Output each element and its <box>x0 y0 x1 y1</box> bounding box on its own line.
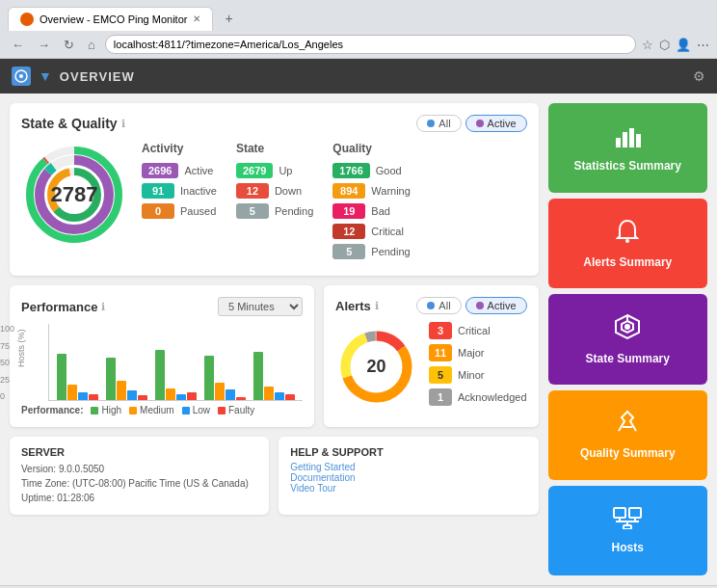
alerts-toggle-active[interactable]: Active <box>465 297 527 314</box>
alerts-toggle-all[interactable]: All <box>416 297 461 314</box>
back-button[interactable]: ← <box>8 36 28 54</box>
legend-high: High <box>91 405 121 415</box>
statistics-summary-button[interactable]: Statistics Summary <box>548 103 707 193</box>
metric-row: 2696 Active <box>142 163 217 178</box>
pending-badge: 5 <box>236 203 269 219</box>
home-button[interactable]: ⌂ <box>84 36 99 54</box>
bar-faulty <box>285 394 295 400</box>
bar-medium <box>215 383 225 400</box>
alerts-icon <box>616 219 639 250</box>
tab-favicon <box>20 13 34 26</box>
inactive-label: Inactive <box>180 185 217 197</box>
legend-medium: Medium <box>129 405 174 415</box>
toggle-group: All Active <box>416 115 526 132</box>
svg-rect-26 <box>614 508 625 518</box>
documentation-link[interactable]: Documentation <box>290 472 526 483</box>
quality-icon <box>615 410 640 441</box>
server-card: SERVER Version: 9.0.0.5050 Time Zone: (U… <box>10 437 269 515</box>
toggle-active-button[interactable]: Active <box>465 115 527 132</box>
bar-high <box>155 350 165 400</box>
alerts-header: Alerts ℹ All Active <box>335 297 527 314</box>
interval-select[interactable]: 5 Minutes 15 Minutes 1 Hour <box>218 297 303 316</box>
bar-faulty <box>138 395 147 400</box>
menu-icon[interactable]: ⋯ <box>697 38 709 52</box>
server-version: Version: 9.0.0.5050 <box>21 462 257 476</box>
svg-point-20 <box>625 239 629 243</box>
major-alert-label: Major <box>458 347 485 359</box>
server-timezone: Time Zone: (UTC-08:00) Pacific Time (US … <box>21 476 257 491</box>
extensions-icon[interactable]: ⬡ <box>659 38 670 52</box>
down-label: Down <box>275 185 302 197</box>
hosts-button[interactable]: Hosts <box>548 486 707 575</box>
bar-low <box>176 394 186 400</box>
y-axis-labels: 1007550250 <box>0 324 14 401</box>
up-label: Up <box>279 165 292 176</box>
up-badge: 2679 <box>236 163 273 178</box>
paused-label: Paused <box>180 205 216 217</box>
bar-faulty <box>187 392 197 400</box>
bar-low <box>78 392 88 400</box>
state-title: State <box>236 142 313 155</box>
filter-icon[interactable]: ▼ <box>39 68 52 84</box>
state-summary-button[interactable]: State Summary <box>548 294 707 384</box>
metric-row: 894 Warning <box>332 183 411 199</box>
bar-low <box>275 392 284 400</box>
server-title: SERVER <box>21 446 257 458</box>
svg-rect-27 <box>629 508 641 518</box>
alerts-title: Alerts <box>335 299 371 313</box>
ack-alert-label: Acknowledged <box>458 391 527 403</box>
bar-high <box>204 356 214 400</box>
alerts-summary-button[interactable]: Alerts Summary <box>548 199 707 288</box>
chart-area <box>48 324 303 401</box>
y-axis-title: Hosts (%) <box>16 329 26 367</box>
q-pending-label: Pending <box>371 246 410 257</box>
main-content: State & Quality ℹ All Active <box>0 94 717 585</box>
getting-started-link[interactable]: Getting Started <box>290 462 526 472</box>
alert-row-critical: 3 Critical <box>429 322 527 339</box>
browser-chrome: Overview - EMCO Ping Monitor ✕ + ← → ↻ ⌂… <box>0 0 717 59</box>
alerts-info-icon: ℹ <box>375 300 379 312</box>
toggle-all-button[interactable]: All <box>416 115 461 132</box>
hosts-label: Hosts <box>612 541 644 554</box>
settings-icon[interactable]: ⚙ <box>693 68 705 84</box>
perf-info-icon: ℹ <box>101 301 105 313</box>
major-alert-badge: 11 <box>429 344 452 361</box>
bar-high <box>253 352 263 400</box>
svg-point-1 <box>19 74 23 78</box>
pending-label: Pending <box>275 205 313 217</box>
paused-badge: 0 <box>142 203 174 219</box>
bookmark-icon[interactable]: ☆ <box>642 38 653 52</box>
app-header: ▼ OVERVIEW ⚙ <box>0 59 717 94</box>
bar-low <box>226 389 235 400</box>
video-tour-link[interactable]: Video Tour <box>290 483 526 494</box>
legend-perf-label: Performance: <box>21 405 83 415</box>
forward-button[interactable]: → <box>34 36 54 54</box>
bad-badge: 19 <box>332 203 365 219</box>
quality-summary-button[interactable]: Quality Summary <box>548 390 707 480</box>
perf-title: Performance <box>21 300 97 314</box>
minor-alert-badge: 5 <box>429 366 452 384</box>
new-tab-button[interactable]: + <box>217 6 240 31</box>
tab-close-icon[interactable]: ✕ <box>193 13 200 24</box>
reload-button[interactable]: ↻ <box>60 36 78 54</box>
active-tab[interactable]: Overview - EMCO Ping Monitor ✕ <box>8 7 213 31</box>
svg-rect-32 <box>624 525 631 529</box>
alerts-summary-label: Alerts Summary <box>583 255 672 269</box>
app-logo <box>12 67 31 86</box>
footer-row: SERVER Version: 9.0.0.5050 Time Zone: (U… <box>10 437 539 515</box>
profile-icon[interactable]: 👤 <box>676 38 691 52</box>
support-title: HELP & SUPPORT <box>290 446 526 458</box>
chart-wrapper: Hosts (%) 1007550250 <box>21 324 303 401</box>
quality-title: Quality <box>332 142 411 155</box>
bad-label: Bad <box>371 205 390 217</box>
alerts-content: 20 3 Critical 11 Major 5 Mino <box>335 322 527 411</box>
address-input[interactable] <box>105 35 636 54</box>
q-pending-badge: 5 <box>332 244 365 259</box>
legend-faulty-dot <box>218 407 226 414</box>
metric-row: 91 Inactive <box>142 183 217 199</box>
inactive-badge: 91 <box>142 183 174 199</box>
critical-label: Critical <box>371 226 404 237</box>
left-panel: State & Quality ℹ All Active <box>10 103 539 575</box>
bar-high <box>57 354 66 400</box>
metrics-grid: Activity 2696 Active 91 Inactive 0 Pause… <box>142 142 527 264</box>
